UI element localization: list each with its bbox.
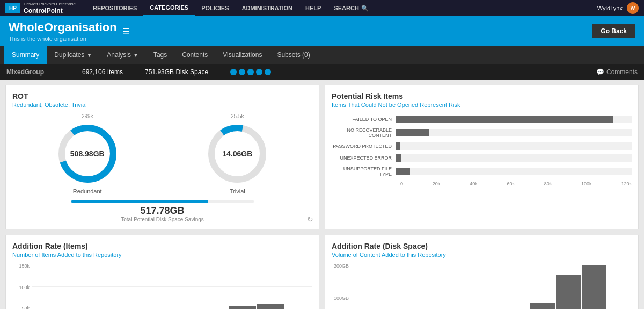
addition-rate-items-title: Addition Rate (Items) <box>12 242 312 250</box>
tab-analysis[interactable]: Analysis ▼ <box>99 46 146 64</box>
tab-summary[interactable]: Summary <box>4 46 47 64</box>
items-y-axis: 150k 100k 50k 0 <box>12 263 32 309</box>
rot-title: ROT <box>12 92 312 100</box>
risk-bar-norecovery <box>396 129 632 136</box>
group-name: MixedGroup <box>6 68 71 76</box>
nav-repositories[interactable]: REPOSITORIES <box>86 0 143 16</box>
rot-charts: 299k 508.98GB Redundant 25.5k <box>12 113 312 195</box>
disk-chart-area: 200GB 100GB 0GB <box>332 263 632 309</box>
tab-duplicates[interactable]: Duplicates ▼ <box>47 46 99 64</box>
rot-total: 517.78GB Total Potential Disk Space Savi… <box>12 205 312 222</box>
risk-row-norecovery: NO RECOVERABLE CONTENT <box>332 127 632 138</box>
tab-contents[interactable]: Contents <box>174 46 215 64</box>
comment-icon: 💬 <box>596 68 604 76</box>
page-title: WholeOrganisation <box>9 20 117 34</box>
user-avatar[interactable]: W <box>627 2 639 14</box>
nav-help[interactable]: HELP <box>299 0 327 16</box>
status-dot-2 <box>239 69 245 75</box>
rot-total-label: Total Potential Disk Space Savings <box>12 217 312 222</box>
status-dot-1 <box>230 69 237 75</box>
chevron-down-icon: ▼ <box>86 52 92 58</box>
nav-search[interactable]: SEARCH 🔍 <box>327 0 375 16</box>
risk-axis: 0 20k 40k 60k 80k 100k 120k <box>332 181 632 186</box>
hamburger-icon[interactable]: ☰ <box>122 26 130 37</box>
nav-policies[interactable]: POLICIES <box>195 0 235 16</box>
disk-y-axis: 200GB 100GB 0GB <box>332 263 351 309</box>
redundant-donut-wrapper: 508.98GB <box>55 121 120 186</box>
addition-rate-disk-subtitle: Volume of Content Added to this Reposito… <box>332 251 632 258</box>
items-chart-area: 150k 100k 50k 0 <box>12 263 312 309</box>
status-dot-3 <box>247 69 254 75</box>
risk-label-norecovery: NO RECOVERABLE CONTENT <box>332 127 396 138</box>
risk-title: Potential Risk Items <box>332 92 632 100</box>
redundant-label: Redundant <box>73 188 102 195</box>
risk-row-unsupported: UNSUPPORTED FILE TYPE <box>332 166 632 177</box>
title-bar-left: WholeOrganisation This is the whole orga… <box>9 20 130 42</box>
bar-disk-2018[interactable] <box>582 265 606 309</box>
bar-disk-2016[interactable] <box>530 303 555 309</box>
items-bar-chart: 150k 100k 50k 0 <box>12 263 312 309</box>
rot-subtitle: Redundant, Obsolete, Trivial <box>12 102 312 108</box>
risk-subtitle: Items That Could Not be Opened Represent… <box>332 102 632 108</box>
y-label: 50k <box>21 306 30 309</box>
redundant-count: 299k <box>82 113 93 119</box>
brand-text: Hewlett Packard Enterprise ControlPoint <box>24 2 76 15</box>
risk-bar-error <box>396 154 632 162</box>
items-stat: 692,106 Items <box>71 68 134 76</box>
risk-chart: FAILED TO OPEN NO RECOVERABLE CONTENT PA… <box>332 113 632 189</box>
trivial-donut: 25.5k 14.06GB Trivial <box>205 113 269 195</box>
bar-disk-2017[interactable] <box>556 275 581 310</box>
risk-bar-failed <box>396 116 632 123</box>
bar-2016[interactable] <box>229 306 257 309</box>
title-area: WholeOrganisation This is the whole orga… <box>9 20 117 42</box>
y-label: 100k <box>19 285 30 290</box>
nav-right: WyldLynx W <box>597 2 639 14</box>
grid-lines <box>32 263 312 309</box>
risk-label-password: PASSWORD PROTECTED <box>332 143 396 149</box>
risk-bar-password <box>396 142 632 150</box>
risk-bar-unsupported <box>396 168 632 175</box>
status-dot-4 <box>256 69 262 75</box>
tab-subsets[interactable]: Subsets (0) <box>269 46 317 64</box>
hp-logo: HP <box>5 3 20 13</box>
trivial-gb: 14.06GB <box>222 149 252 158</box>
main-content: ROT Redundant, Obsolete, Trivial 299k 50… <box>0 80 644 309</box>
go-back-button[interactable]: Go Back <box>592 24 635 38</box>
top-navigation: HP Hewlett Packard Enterprise ControlPoi… <box>0 0 644 16</box>
tab-tags[interactable]: Tags <box>146 46 174 64</box>
y-label: 150k <box>19 263 30 269</box>
trivial-label: Trivial <box>230 188 245 195</box>
rot-total-size: 517.78GB <box>12 205 312 217</box>
addition-rate-items-subtitle: Number of Items Added to this Repository <box>12 251 312 258</box>
status-dot-5 <box>265 69 271 75</box>
risk-row-password: PASSWORD PROTECTED <box>332 142 632 150</box>
status-dots <box>219 69 282 75</box>
addition-rate-items-card: Addition Rate (Items) Number of Items Ad… <box>5 235 319 309</box>
risk-row-error: UNEXPECTED ERROR <box>332 154 632 162</box>
tab-visualizations[interactable]: Visualizations <box>215 46 269 64</box>
risk-label-unsupported: UNSUPPORTED FILE TYPE <box>332 166 396 177</box>
stats-bar: MixedGroup 692,106 Items 751.93GB Disk S… <box>0 64 644 80</box>
addition-rate-disk-card: Addition Rate (Disk Space) Volume of Con… <box>325 235 639 309</box>
chevron-down-icon: ▼ <box>133 52 138 58</box>
bar-2017[interactable] <box>257 304 284 309</box>
svg-text:HP: HP <box>9 5 17 11</box>
addition-rate-disk-title: Addition Rate (Disk Space) <box>332 242 632 250</box>
nav-categories[interactable]: CATEGORIES <box>143 0 195 16</box>
nav-administration[interactable]: ADMINISTRATION <box>236 0 299 16</box>
y-label: 200GB <box>334 263 349 269</box>
trivial-donut-wrapper: 14.06GB <box>205 121 269 186</box>
title-bar: WholeOrganisation This is the whole orga… <box>0 16 644 46</box>
tab-bar: Summary Duplicates ▼ Analysis ▼ Tags Con… <box>0 46 644 64</box>
risk-card: Potential Risk Items Items That Could No… <box>325 85 639 229</box>
brand-logo-area: HP Hewlett Packard Enterprise ControlPoi… <box>5 2 76 15</box>
comments-button[interactable]: 💬 Comments <box>596 68 638 76</box>
brand-line2: ControlPoint <box>24 7 76 15</box>
redundant-donut: 299k 508.98GB Redundant <box>55 113 120 195</box>
disk-bar-chart: 200GB 100GB 0GB <box>332 263 632 309</box>
page-subtitle: This is the whole organisation <box>9 35 117 42</box>
y-label: 100GB <box>334 296 349 301</box>
brand-line1: Hewlett Packard Enterprise <box>24 2 76 7</box>
rot-card: ROT Redundant, Obsolete, Trivial 299k 50… <box>5 85 319 229</box>
refresh-icon[interactable]: ↻ <box>307 215 313 224</box>
